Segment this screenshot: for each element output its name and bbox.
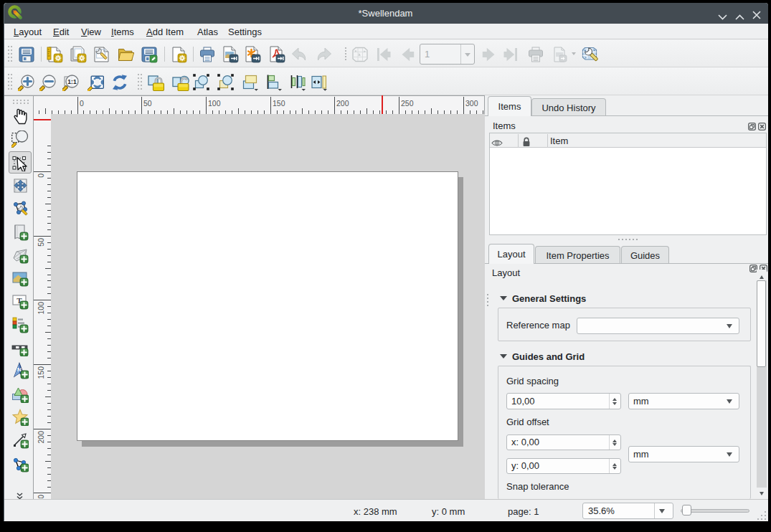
svg-text:1:1: 1:1: [67, 78, 77, 85]
svg-text:0: 0: [37, 174, 45, 178]
svg-text:300: 300: [465, 99, 478, 108]
svg-text:50: 50: [143, 99, 152, 108]
svg-text:50: 50: [37, 238, 45, 247]
svg-text:100: 100: [208, 99, 221, 108]
svg-text:100: 100: [37, 302, 45, 315]
svg-text:0: 0: [80, 99, 84, 108]
svg-text:200: 200: [37, 431, 45, 444]
svg-text:250: 250: [37, 495, 45, 498]
svg-text:200: 200: [336, 99, 349, 108]
svg-text:150: 150: [37, 366, 45, 379]
svg-text:250: 250: [401, 99, 414, 108]
svg-text:150: 150: [273, 99, 285, 108]
